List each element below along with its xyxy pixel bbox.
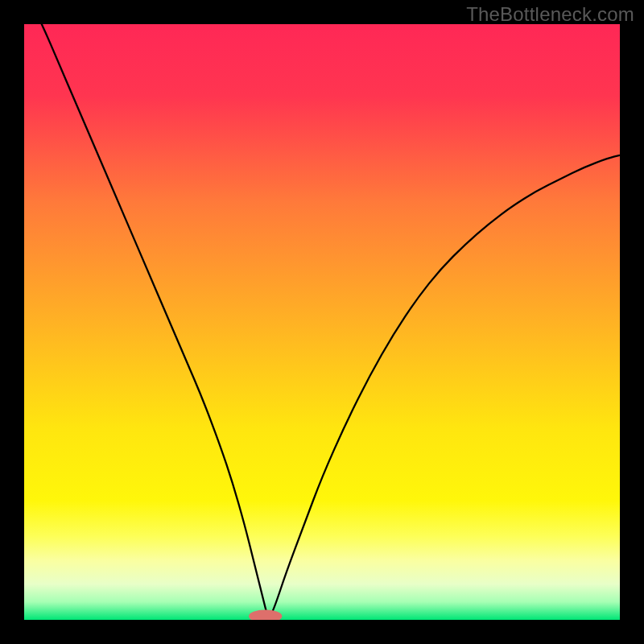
gradient-background [24,24,620,620]
plot-area [24,24,620,620]
bottleneck-chart [24,24,620,620]
watermark-text: TheBottleneck.com [466,3,634,26]
chart-container: TheBottleneck.com [0,0,644,644]
